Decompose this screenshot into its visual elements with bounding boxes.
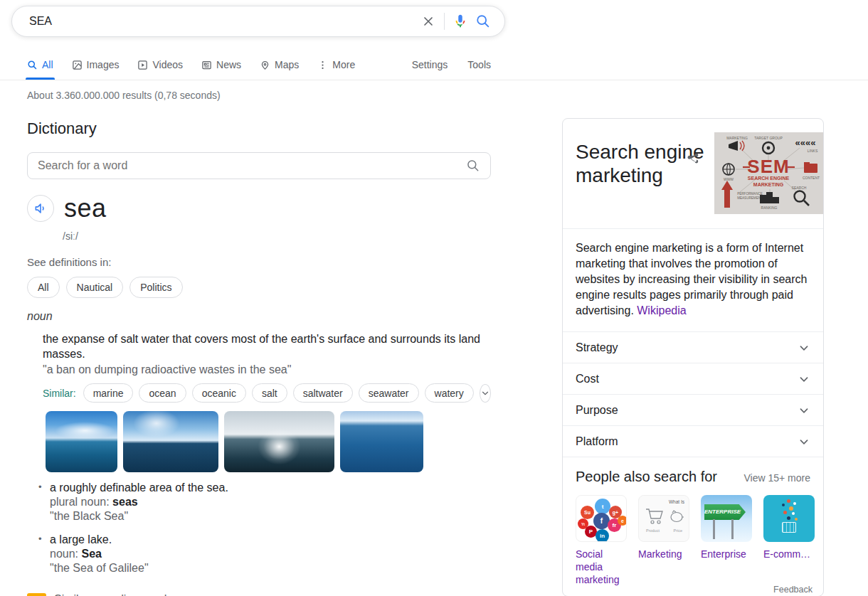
definition-text: the expanse of salt water that covers mo… xyxy=(43,331,491,361)
tab-images[interactable]: Images xyxy=(72,50,120,80)
thumbnail-text: What Is xyxy=(669,499,684,504)
panel-description: Search engine marketing is a form of Int… xyxy=(563,228,823,331)
settings-menu[interactable]: Settings xyxy=(412,59,448,70)
tab-videos-label: Videos xyxy=(152,59,183,70)
pasf-item-ecommerce[interactable]: E-comm… xyxy=(763,495,815,560)
tab-maps[interactable]: Maps xyxy=(260,50,299,80)
pasf-title: People also search for xyxy=(576,469,717,485)
pasf-item-enterprise[interactable]: ENTERPRISE Enterprise xyxy=(701,495,752,560)
clear-icon[interactable] xyxy=(417,10,440,33)
synonym-chip-seawater[interactable]: seawater xyxy=(359,383,419,403)
maps-icon xyxy=(260,60,270,70)
filter-chip-all[interactable]: All xyxy=(27,277,60,298)
tab-all-label: All xyxy=(42,59,53,70)
subsense-form: noun: Sea xyxy=(50,547,491,561)
dictionary-search-icon[interactable] xyxy=(466,159,480,173)
search-results-page: All Images Videos News Maps More xyxy=(0,0,868,596)
section-purpose[interactable]: Purpose xyxy=(563,394,823,425)
more-synonyms-button[interactable] xyxy=(480,384,491,403)
pasf-item-social-media-marketing[interactable]: t Su g+ Yt f fr P in e Social media mark… xyxy=(576,495,627,586)
subsense-item: a roughly definable area of the sea. plu… xyxy=(37,481,491,523)
tools-menu[interactable]: Tools xyxy=(467,59,491,70)
chevron-down-icon xyxy=(796,340,812,356)
people-also-search-for: People also search for View 15+ more t S… xyxy=(563,457,823,596)
sea-image-3[interactable] xyxy=(224,411,334,472)
sea-image-4[interactable] xyxy=(340,411,423,472)
tab-videos[interactable]: Videos xyxy=(137,50,183,80)
dictionary-card: Dictionary sea /siː/ See definitions in:… xyxy=(27,119,491,596)
svg-text:SEM: SEM xyxy=(747,156,789,177)
svg-text:WWW: WWW xyxy=(724,177,734,181)
dictionary-heading: Dictionary xyxy=(27,119,491,138)
svg-text:SEARCH ENGINE: SEARCH ENGINE xyxy=(748,176,790,181)
cart-sketch-icon xyxy=(645,507,665,526)
tab-news-label: News xyxy=(216,59,241,70)
social-media-marketing-thumbnail: t Su g+ Yt f fr P in e xyxy=(576,495,627,542)
svg-text:MARKETING: MARKETING xyxy=(726,136,748,140)
sign-post xyxy=(713,519,715,539)
form-value: Sea xyxy=(82,548,102,560)
synonym-chip-ocean[interactable]: ocean xyxy=(139,383,186,403)
search-icon[interactable] xyxy=(472,10,494,33)
microphone-icon[interactable] xyxy=(449,10,472,33)
section-cost[interactable]: Cost xyxy=(563,363,823,394)
main-search-bar[interactable] xyxy=(11,6,505,37)
sea-image-2[interactable] xyxy=(123,411,218,472)
pasf-label: E-comm… xyxy=(763,548,815,560)
svg-text:LINKS: LINKS xyxy=(808,149,818,153)
settings-label: Settings xyxy=(412,59,448,70)
piggy-sketch-icon xyxy=(669,509,684,524)
result-stats: About 3.360.000.000 results (0,78 second… xyxy=(27,90,221,101)
dictionary-search-input[interactable] xyxy=(38,159,466,172)
section-label: Cost xyxy=(576,373,599,385)
marketing-thumbnail: What Is Product Price xyxy=(638,495,689,542)
synonym-chip-watery[interactable]: watery xyxy=(425,383,474,403)
tab-more[interactable]: More xyxy=(317,50,355,80)
filter-chip-politics[interactable]: Politics xyxy=(129,277,182,298)
pasf-item-marketing[interactable]: What Is Product Price Market xyxy=(638,495,689,560)
synonym-chip-oceanic[interactable]: oceanic xyxy=(192,383,246,403)
tab-news[interactable]: News xyxy=(201,50,241,80)
enterprise-sign: ENTERPRISE xyxy=(704,504,746,520)
tools-label: Tools xyxy=(467,59,491,70)
pronunciation: /siː/ xyxy=(27,230,491,242)
tab-all[interactable]: All xyxy=(27,50,53,80)
panel-feedback-link[interactable]: Feedback xyxy=(562,585,813,595)
share-icon[interactable] xyxy=(686,150,703,167)
svg-text:TARGET GROUP: TARGET GROUP xyxy=(754,136,783,140)
enterprise-thumbnail: ENTERPRISE xyxy=(701,495,752,542)
tab-maps-label: Maps xyxy=(275,59,299,70)
subsense-example: "the Sea of Galilee" xyxy=(50,561,491,575)
pronounce-button[interactable] xyxy=(27,195,54,222)
definition-example: "a ban on dumping radioactive wastes in … xyxy=(43,362,491,377)
sign-post xyxy=(731,519,734,539)
view-more-link[interactable]: View 15+ more xyxy=(743,472,810,485)
wikipedia-link[interactable]: Wikipedia xyxy=(637,304,686,316)
section-platform[interactable]: Platform xyxy=(563,425,823,457)
synonym-chip-salt[interactable]: salt xyxy=(252,383,287,403)
chevron-down-icon xyxy=(796,371,812,387)
description-text: Search engine marketing is a form of Int… xyxy=(576,242,807,316)
synonym-chip-marine[interactable]: marine xyxy=(83,383,134,403)
tab-images-label: Images xyxy=(87,59,120,70)
filter-chip-nautical[interactable]: Nautical xyxy=(66,277,124,298)
subsense-form: plural noun: seas xyxy=(50,495,491,509)
part-of-speech: noun xyxy=(27,310,491,323)
dictionary-search-box[interactable] xyxy=(27,152,491,179)
chevron-down-icon xyxy=(796,403,812,418)
wire-basket xyxy=(782,522,796,533)
synonym-chip-saltwater[interactable]: saltwater xyxy=(293,383,353,403)
section-label: Purpose xyxy=(576,404,618,417)
search-input[interactable] xyxy=(29,15,417,28)
section-strategy[interactable]: Strategy xyxy=(563,331,823,363)
pasf-label: Enterprise xyxy=(701,548,752,560)
subsense-text: a roughly definable area of the sea. xyxy=(50,481,491,495)
form-label: noun: xyxy=(50,548,78,560)
thumbnail-caption: Product xyxy=(646,528,660,533)
chevron-down-icon xyxy=(796,434,812,449)
sem-infographic-image[interactable]: MARKETING TARGET GROUP «««« LINKS WWW SE… xyxy=(714,132,823,214)
results-tabbar: All Images Videos News Maps More xyxy=(0,50,868,80)
videos-icon xyxy=(137,60,148,70)
sea-image-1[interactable] xyxy=(46,411,117,472)
thumbnail-caption: Price xyxy=(673,528,682,533)
